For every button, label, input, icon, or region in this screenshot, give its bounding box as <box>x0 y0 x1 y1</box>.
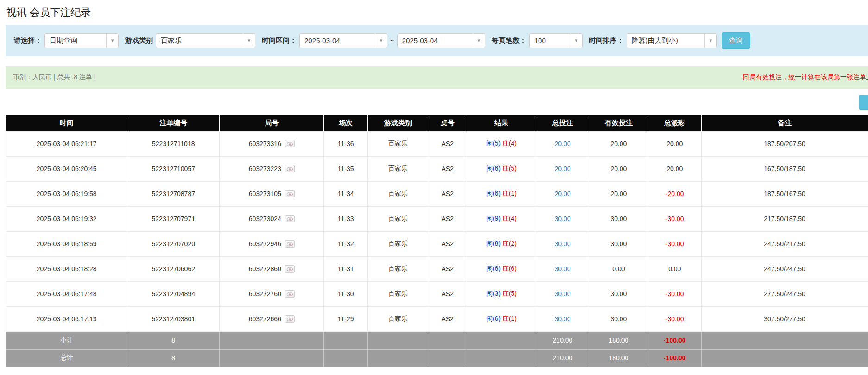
sort-combo[interactable]: ▾ <box>627 33 717 48</box>
page-size-input[interactable] <box>530 34 570 48</box>
cell-table-no: AS2 <box>428 131 467 156</box>
round-id-text: 603273105 <box>249 190 281 197</box>
cell-session: 11-33 <box>324 206 368 231</box>
cell-bet-id: 522312704894 <box>127 281 220 306</box>
cell-result: 闲(6) 庄(6) <box>467 256 536 281</box>
table-body: 2025-03-04 06:21:17522312711018603273316… <box>6 131 868 331</box>
cell-bet-id: 522312706062 <box>127 256 220 281</box>
cell-note: 247.50/247.50 <box>701 256 868 281</box>
chevron-down-icon[interactable]: ▾ <box>473 34 485 48</box>
empty-cell <box>428 349 467 367</box>
roadmap-icon[interactable] <box>285 140 295 147</box>
total-valid-bet: 180.00 <box>589 349 648 367</box>
chevron-down-icon[interactable]: ▾ <box>570 34 582 48</box>
cell-total-bet[interactable]: 30.00 <box>536 306 589 331</box>
empty-cell <box>701 331 868 349</box>
query-type-combo[interactable]: ▾ <box>44 33 119 48</box>
game-type-combo[interactable]: ▾ <box>156 33 255 48</box>
round-id-text: 603273316 <box>249 140 281 147</box>
cell-round-id: 603273316 <box>220 131 324 156</box>
total-row: 总计 8 210.00 180.00 -100.00 <box>6 349 868 367</box>
roadmap-icon[interactable] <box>285 290 295 298</box>
cell-result: 闲(8) 庄(2) <box>467 231 536 256</box>
header-valid-bet: 有效投注 <box>589 115 648 131</box>
cell-time: 2025-03-04 06:19:58 <box>6 181 127 206</box>
roadmap-icon[interactable] <box>285 315 295 323</box>
round-id-text: 603272666 <box>249 315 281 323</box>
cell-note: 187.50/207.50 <box>701 131 868 156</box>
cell-table-no: AS2 <box>428 256 467 281</box>
header-game-type: 游戏类别 <box>368 115 428 131</box>
subtotal-payout: -100.00 <box>648 331 701 349</box>
cell-time: 2025-03-04 06:19:32 <box>6 206 127 231</box>
cell-game-type: 百家乐 <box>368 156 428 181</box>
page-size-label: 每页笔数： <box>492 36 526 45</box>
date-from-combo[interactable]: ▾ <box>299 33 387 48</box>
date-from-input[interactable] <box>300 34 375 48</box>
cell-total-bet[interactable]: 20.00 <box>536 131 589 156</box>
total-count: 8 <box>127 349 220 367</box>
subtotal-row: 小计 8 210.00 180.00 -100.00 <box>6 331 868 349</box>
game-type-input[interactable] <box>156 34 243 48</box>
chevron-down-icon[interactable]: ▾ <box>106 34 118 48</box>
header-round-id: 局号 <box>220 115 324 131</box>
result-banker: 庄(4) <box>502 215 517 222</box>
result-player: 闲(6) <box>486 315 501 322</box>
cell-total-bet[interactable]: 20.00 <box>536 156 589 181</box>
table-row: 2025-03-04 06:18:59522312707020603272946… <box>6 231 868 256</box>
cell-valid-bet: 30.00 <box>589 281 648 306</box>
cell-result: 闲(6) 庄(5) <box>467 156 536 181</box>
roadmap-icon[interactable] <box>285 265 295 273</box>
filter-bar: 请选择： ▾ 游戏类别 ▾ 时间区间： ▾ ~ ▾ 每页笔数： ▾ 时间排序： … <box>6 25 868 56</box>
query-type-input[interactable] <box>45 34 106 48</box>
round-id-text: 603273024 <box>249 215 281 222</box>
column-settings-button[interactable] <box>859 95 868 110</box>
cell-game-type: 百家乐 <box>368 206 428 231</box>
cell-note: 307.50/277.50 <box>701 306 868 331</box>
cell-total-bet[interactable]: 30.00 <box>536 231 589 256</box>
cell-session: 11-34 <box>324 181 368 206</box>
result-player: 闲(3) <box>486 290 501 297</box>
roadmap-icon[interactable] <box>285 165 295 172</box>
cell-table-no: AS2 <box>428 231 467 256</box>
cell-time: 2025-03-04 06:17:48 <box>6 281 127 306</box>
chevron-down-icon[interactable]: ▾ <box>243 34 255 48</box>
result-player: 闲(9) <box>486 215 501 222</box>
date-to-combo[interactable]: ▾ <box>397 33 485 48</box>
table-row: 2025-03-04 06:21:17522312711018603273316… <box>6 131 868 156</box>
search-button[interactable]: 查询 <box>722 32 750 49</box>
cell-bet-id: 522312707020 <box>127 231 220 256</box>
cell-table-no: AS2 <box>428 281 467 306</box>
date-to-input[interactable] <box>398 34 473 48</box>
sort-input[interactable] <box>627 34 704 48</box>
roadmap-icon[interactable] <box>285 215 295 222</box>
chevron-down-icon[interactable]: ▾ <box>704 34 716 48</box>
subtotal-count: 8 <box>127 331 220 349</box>
header-total-bet: 总投注 <box>536 115 589 131</box>
header-note: 备注 <box>701 115 868 131</box>
cell-total-bet[interactable]: 30.00 <box>536 256 589 281</box>
range-separator: ~ <box>390 37 394 44</box>
result-player: 闲(6) <box>486 165 501 172</box>
cell-total-bet[interactable]: 20.00 <box>536 181 589 206</box>
table-row: 2025-03-04 06:19:32522312707971603273024… <box>6 206 868 231</box>
table-footer: 小计 8 210.00 180.00 -100.00 总计 8 <box>6 331 868 367</box>
empty-cell <box>428 331 467 349</box>
page-size-combo[interactable]: ▾ <box>529 33 583 48</box>
cell-note: 187.50/167.50 <box>701 181 868 206</box>
result-banker: 庄(1) <box>502 190 517 197</box>
chevron-down-icon[interactable]: ▾ <box>375 34 387 48</box>
summary-text: 币别：人民币 | 总共 :8 注单 | <box>13 73 95 82</box>
table-row: 2025-03-04 06:19:58522312708787603273105… <box>6 181 868 206</box>
empty-cell <box>220 331 324 349</box>
cell-valid-bet: 30.00 <box>589 206 648 231</box>
cell-time: 2025-03-04 06:21:17 <box>6 131 127 156</box>
cell-time: 2025-03-04 06:18:59 <box>6 231 127 256</box>
roadmap-icon[interactable] <box>285 240 295 248</box>
cell-table-no: AS2 <box>428 306 467 331</box>
roadmap-icon[interactable] <box>285 190 295 197</box>
select-label: 请选择： <box>14 36 42 45</box>
cell-total-bet[interactable]: 30.00 <box>536 281 589 306</box>
cell-total-bet[interactable]: 30.00 <box>536 206 589 231</box>
result-banker: 庄(1) <box>502 315 517 322</box>
